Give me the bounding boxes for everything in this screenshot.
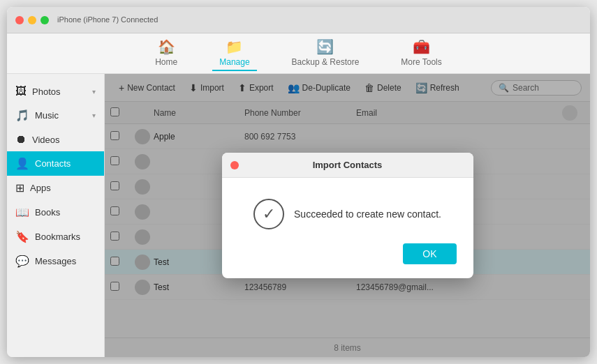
nav-backup[interactable]: 🔄 Backup & Restore xyxy=(285,36,367,71)
nav-backup-label: Backup & Restore xyxy=(292,57,360,67)
nav-manage[interactable]: 📁 Manage xyxy=(212,36,256,71)
device-name: iPhone (iPhone 7) Connected xyxy=(57,15,158,24)
sidebar-item-messages[interactable]: 💬 Messages xyxy=(7,249,104,273)
home-icon: 🏠 xyxy=(158,38,175,55)
dialog-message: Succeeded to create new contact. xyxy=(294,208,441,220)
contacts-icon: 👤 xyxy=(15,157,29,170)
dialog-body: ✓ Succeeded to create new contact. xyxy=(222,178,473,243)
bookmarks-icon: 🔖 xyxy=(15,230,29,243)
nav-tools[interactable]: 🧰 More Tools xyxy=(394,36,448,71)
dialog-footer: OK xyxy=(222,243,473,278)
sidebar-item-bookmarks[interactable]: 🔖 Bookmarks xyxy=(7,225,104,249)
success-check-icon: ✓ xyxy=(253,199,284,229)
sidebar: 🖼 Photos ▾ 🎵 Music ▾ ⏺ Videos 👤 Contacts… xyxy=(7,74,105,357)
nav-manage-label: Manage xyxy=(219,57,249,67)
sidebar-item-music[interactable]: 🎵 Music ▾ xyxy=(7,103,104,128)
music-arrow: ▾ xyxy=(92,112,96,119)
nav-tools-label: More Tools xyxy=(401,57,441,67)
close-button[interactable] xyxy=(15,16,24,24)
traffic-lights xyxy=(15,16,49,24)
sidebar-photos-label: Photos xyxy=(32,86,60,97)
sidebar-apps-label: Apps xyxy=(30,183,51,193)
dialog-overlay: Import Contacts ✓ Succeeded to create ne… xyxy=(105,74,590,357)
sidebar-item-photos[interactable]: 🖼 Photos ▾ xyxy=(7,79,104,103)
sidebar-item-videos[interactable]: ⏺ Videos xyxy=(7,128,104,151)
nav-home-label: Home xyxy=(155,57,177,67)
main-content: 🖼 Photos ▾ 🎵 Music ▾ ⏺ Videos 👤 Contacts… xyxy=(7,74,590,357)
apps-icon: ⊞ xyxy=(15,181,24,195)
backup-icon: 🔄 xyxy=(316,38,334,55)
sidebar-bookmarks-label: Bookmarks xyxy=(35,232,80,242)
sidebar-music-label: Music xyxy=(35,110,59,121)
device-info: iPhone (iPhone 7) Connected xyxy=(57,15,158,24)
photos-icon: 🖼 xyxy=(15,85,27,98)
dialog-title-bar: Import Contacts xyxy=(222,153,473,178)
app-window: iPhone (iPhone 7) Connected 🏠 Home 📁 Man… xyxy=(7,7,590,357)
sidebar-item-apps[interactable]: ⊞ Apps xyxy=(7,176,104,200)
dialog-title: Import Contacts xyxy=(313,160,383,170)
success-row: ✓ Succeeded to create new contact. xyxy=(253,199,441,229)
sidebar-messages-label: Messages xyxy=(35,256,76,266)
import-contacts-dialog: Import Contacts ✓ Succeeded to create ne… xyxy=(222,153,473,278)
books-icon: 📖 xyxy=(15,206,29,219)
tools-icon: 🧰 xyxy=(413,38,430,55)
dialog-ok-button[interactable]: OK xyxy=(403,243,456,264)
minimize-button[interactable] xyxy=(28,16,36,24)
sidebar-contacts-label: Contacts xyxy=(35,158,71,169)
sidebar-item-books[interactable]: 📖 Books xyxy=(7,200,104,225)
sidebar-books-label: Books xyxy=(35,207,60,218)
maximize-button[interactable] xyxy=(40,16,49,24)
sidebar-item-contacts[interactable]: 👤 Contacts xyxy=(7,151,104,176)
dialog-close-button[interactable] xyxy=(230,161,239,169)
sidebar-videos-label: Videos xyxy=(32,135,60,145)
top-nav: 🏠 Home 📁 Manage 🔄 Backup & Restore 🧰 Mor… xyxy=(7,33,590,74)
music-icon: 🎵 xyxy=(15,109,29,122)
title-bar: iPhone (iPhone 7) Connected xyxy=(7,7,590,33)
content-area: + New Contact ⬇ Import ⬆ Export 👥 De-Dup… xyxy=(105,74,590,357)
photos-arrow: ▾ xyxy=(92,88,96,96)
messages-icon: 💬 xyxy=(15,255,29,268)
manage-icon: 📁 xyxy=(226,38,243,55)
nav-home[interactable]: 🏠 Home xyxy=(148,36,184,71)
videos-icon: ⏺ xyxy=(15,133,27,146)
